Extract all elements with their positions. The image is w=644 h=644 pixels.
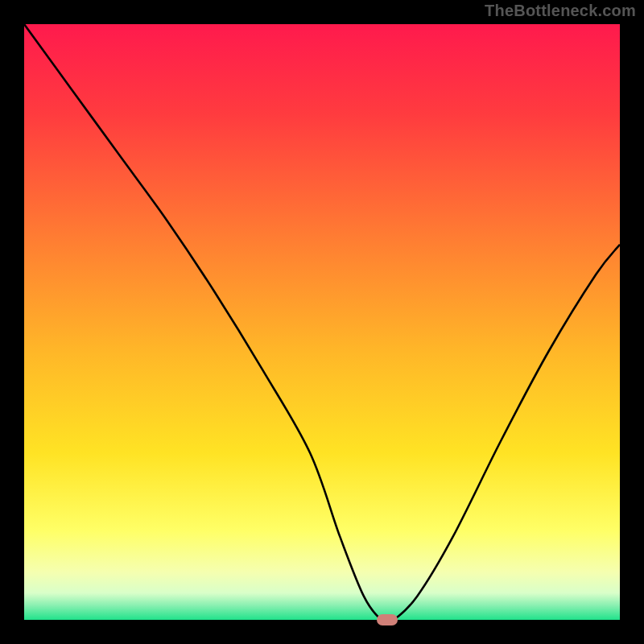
watermark-text: TheBottleneck.com xyxy=(485,2,636,20)
chart-frame: TheBottleneck.com xyxy=(0,0,644,644)
plot-area xyxy=(24,24,620,620)
optimum-marker xyxy=(377,614,398,625)
plot-svg xyxy=(24,24,620,620)
gradient-background xyxy=(24,24,620,620)
